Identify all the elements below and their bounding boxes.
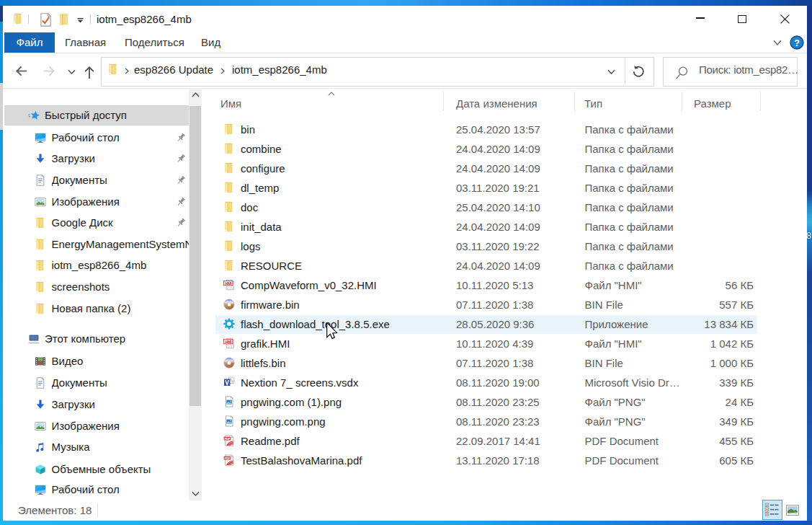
- svg-text:HMI: HMI: [226, 281, 232, 286]
- svg-text:HMI: HMI: [226, 340, 232, 344]
- svg-text:?: ?: [794, 38, 800, 48]
- svg-text:PDF: PDF: [225, 437, 231, 441]
- svg-text:PDF: PDF: [225, 456, 231, 460]
